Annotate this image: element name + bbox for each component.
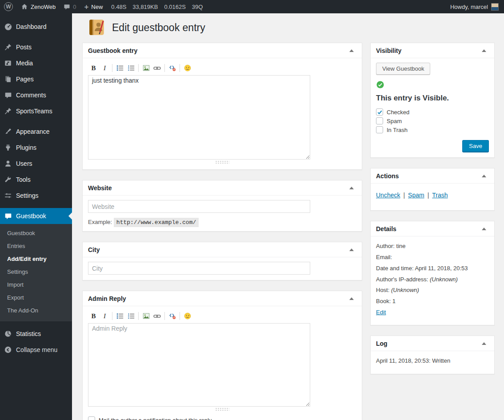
checkbox-label: Checked <box>387 109 409 116</box>
resize-drag-handle[interactable] <box>215 408 229 411</box>
sidebar-item-media[interactable]: Media <box>0 55 72 71</box>
city-input[interactable] <box>88 262 310 275</box>
city-panel: City <box>82 242 362 280</box>
panel-collapse-button[interactable] <box>347 184 356 192</box>
edit-link[interactable]: Edit <box>376 309 386 316</box>
visibility-status-text: This entry is Visible. <box>376 94 489 103</box>
log-panel: Log April 11, 2018, 20:53: Written <box>370 336 495 374</box>
panel-collapse-button[interactable] <box>479 172 489 180</box>
admin-reply-textarea[interactable] <box>88 323 310 407</box>
separator: | <box>403 192 405 199</box>
sidebar-item-pages[interactable]: Pages <box>0 71 72 87</box>
memory-usage: 33,819KB <box>132 4 158 10</box>
avatar <box>491 3 499 11</box>
panel-title: Details <box>376 225 396 232</box>
sidebar-item-appearance[interactable]: Appearance <box>0 124 72 140</box>
sidebar-item-statistics[interactable]: Statistics <box>0 326 72 342</box>
website-input[interactable] <box>88 200 310 213</box>
ordered-list-button[interactable] <box>125 311 136 321</box>
submenu-item-add-edit-entry[interactable]: Add/Edit entry <box>0 252 72 265</box>
sidebar-item-guestbook[interactable]: Guestbook <box>0 208 72 224</box>
uncheck-link[interactable]: Uncheck <box>376 192 400 199</box>
query-time: 0.0162S <box>164 4 185 10</box>
bold-button[interactable]: boldB <box>88 63 99 73</box>
visible-status-icon <box>376 80 489 90</box>
sidebar-item-dashboard[interactable]: Dashboard <box>0 19 72 35</box>
panel-collapse-button[interactable] <box>479 340 489 347</box>
sidebar-item-label: Collapse menu <box>16 346 57 353</box>
pie-chart-icon <box>4 329 12 338</box>
submenu-item-the-add-on[interactable]: The Add-On <box>0 304 72 317</box>
emoticon-button[interactable] <box>182 311 193 321</box>
resize-drag-handle[interactable] <box>215 160 229 164</box>
sidebar-item-label: Settings <box>16 192 39 199</box>
site-link[interactable]: ZenoWeb <box>17 0 60 13</box>
wordpress-menu-item[interactable]: W <box>0 0 17 13</box>
sidebar-item-tools[interactable]: Tools <box>0 172 72 188</box>
sidebar-item-posts[interactable]: Posts <box>0 39 72 55</box>
sidebar-item-sportsteams[interactable]: SportsTeams <box>0 103 72 119</box>
image-icon <box>142 312 150 320</box>
sidebar-item-label: Statistics <box>16 330 41 337</box>
panel-collapse-button[interactable] <box>479 47 489 54</box>
submenu-item-export[interactable]: Export <box>0 291 72 304</box>
log-entry: April 11, 2018, 20:53: Written <box>376 356 489 368</box>
sidebar-item-label: Users <box>16 160 32 167</box>
submenu-item-settings[interactable]: Settings <box>0 265 72 278</box>
ordered-list-icon <box>127 312 135 320</box>
spam-checkbox[interactable] <box>376 117 383 124</box>
insert-image-button[interactable] <box>140 63 152 73</box>
panel-title: Admin Reply <box>88 295 126 302</box>
submenu-item-import[interactable]: Import <box>0 278 72 291</box>
italic-button[interactable]: I <box>99 311 110 321</box>
howdy-text: Howdy, marcel <box>450 4 488 10</box>
unordered-list-button[interactable] <box>114 311 125 321</box>
user-icon <box>4 159 12 168</box>
triangle-up-icon <box>349 49 354 52</box>
sidebar-item-comments[interactable]: Comments <box>0 87 72 103</box>
submenu-item-guestbook[interactable]: Guestbook <box>0 227 72 240</box>
mail-notification-row: Mail the author a notification about thi… <box>88 416 356 420</box>
triangle-up-icon <box>349 297 354 300</box>
comments-shortcut[interactable]: 0 <box>60 0 80 13</box>
account-menu[interactable]: Howdy, marcel <box>445 3 504 11</box>
save-button[interactable]: Save <box>462 140 489 152</box>
detail-email: Email: <box>376 253 489 262</box>
emoticon-button[interactable] <box>182 63 193 73</box>
panel-collapse-button[interactable] <box>347 47 356 54</box>
guestbook-entry-textarea[interactable]: just testing thanx <box>88 75 310 160</box>
trash-link[interactable]: Trash <box>432 192 448 199</box>
query-monitor-stats[interactable]: 0.48S 33,819KB 0.0162S 39Q <box>107 4 207 10</box>
new-content-menu[interactable]: + New <box>80 0 107 13</box>
code-button[interactable] <box>167 311 178 321</box>
sidebar-item-plugins[interactable]: Plugins <box>0 140 72 156</box>
checked-checkbox[interactable] <box>376 108 383 116</box>
page-time: 0.48S <box>111 4 126 10</box>
sidebar-item-settings[interactable]: Settings <box>0 188 72 204</box>
in-trash-checkbox[interactable] <box>376 126 383 133</box>
sidebar-item-users[interactable]: Users <box>0 156 72 172</box>
submenu-item-entries[interactable]: Entries <box>0 240 72 252</box>
insert-link-button[interactable] <box>152 311 163 321</box>
spam-link[interactable]: Spam <box>408 192 424 199</box>
view-guestbook-button[interactable]: View Guestbook <box>376 63 430 75</box>
code-button[interactable] <box>167 63 178 73</box>
panel-collapse-button[interactable] <box>479 225 489 232</box>
insert-image-button[interactable] <box>140 311 152 321</box>
panel-collapse-button[interactable] <box>347 295 356 302</box>
editor-toolbar: B I <box>88 311 356 321</box>
insert-link-button[interactable] <box>152 63 163 73</box>
mail-notification-checkbox[interactable] <box>88 416 95 420</box>
triangle-up-icon <box>482 228 486 230</box>
unordered-list-button[interactable] <box>114 63 125 73</box>
bold-button[interactable]: B <box>88 311 99 321</box>
panel-collapse-button[interactable] <box>347 246 356 253</box>
image-icon <box>142 64 150 72</box>
code-icon <box>168 312 176 320</box>
plus-icon: + <box>84 3 88 11</box>
link-icon <box>153 312 161 320</box>
ordered-list-button[interactable] <box>125 63 136 73</box>
italic-button[interactable]: I <box>99 63 110 73</box>
collapse-menu-button[interactable]: Collapse menu <box>0 342 72 358</box>
editor-toolbar: boldB I <box>88 63 356 73</box>
